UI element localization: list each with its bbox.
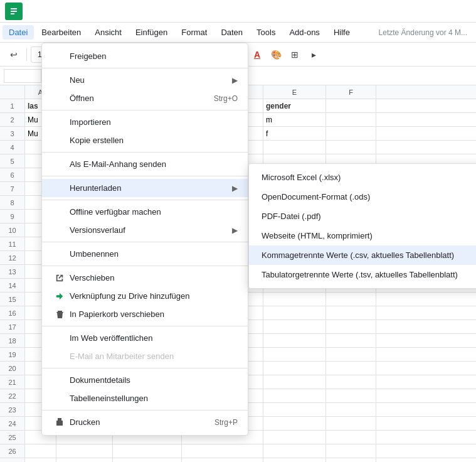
menu-item-neu[interactable]: Neu ▶ bbox=[42, 71, 248, 89]
oeffnen-label: Öffnen bbox=[70, 94, 94, 103]
menu-einfuegen[interactable]: Einfügen bbox=[129, 25, 174, 40]
download-xlsx[interactable]: Microsoft Excel (.xlsx) bbox=[249, 168, 476, 187]
dokumentdetails-label: Dokumentdetails bbox=[70, 375, 130, 385]
importieren-label: Importieren bbox=[70, 117, 111, 127]
herunterladen-arrow: ▶ bbox=[232, 184, 238, 193]
verknuepfung-icon bbox=[52, 292, 67, 301]
menu-item-herunterladen[interactable]: Herunterladen ▶ bbox=[42, 179, 248, 197]
row-num: 22 bbox=[0, 389, 25, 402]
menu-item-drucken[interactable]: Drucken Strg+P bbox=[42, 413, 248, 431]
cell-reference-input[interactable] bbox=[4, 69, 41, 83]
cell-e1[interactable]: gender bbox=[263, 99, 326, 112]
menu-item-versionsverlauf[interactable]: Versionsverlauf ▶ bbox=[42, 221, 248, 239]
col-header-e: E bbox=[263, 85, 326, 99]
cell-f4[interactable] bbox=[326, 141, 376, 154]
svg-rect-3 bbox=[11, 13, 14, 14]
download-pdf[interactable]: PDF-Datei (.pdf) bbox=[249, 207, 476, 226]
neu-label: Neu bbox=[70, 75, 85, 85]
pdf-label: PDF-Datei (.pdf) bbox=[262, 212, 321, 221]
herunterladen-label: Herunterladen bbox=[70, 183, 121, 193]
verschieben-label: Verschieben bbox=[70, 273, 115, 282]
kopie-label: Kopie erstellen bbox=[70, 136, 124, 145]
menu-item-freigeben[interactable]: Freigeben bbox=[42, 47, 248, 65]
csv-label: Kommagetrennte Werte (.csv, aktuelles Ta… bbox=[262, 250, 454, 260]
corner-cell bbox=[0, 85, 25, 99]
menu-item-umbenennen[interactable]: Umbenennen bbox=[42, 245, 248, 263]
row-num: 21 bbox=[0, 375, 25, 389]
row-num: 24 bbox=[0, 417, 25, 430]
row-num: 12 bbox=[0, 251, 25, 264]
menu-divider-9 bbox=[42, 368, 248, 368]
menu-item-oeffnen[interactable]: Öffnen Strg+O bbox=[42, 89, 248, 107]
table-row: 26 bbox=[0, 444, 476, 458]
menu-item-email[interactable]: Als E-Mail-Anhang senden bbox=[42, 155, 248, 173]
drucken-icon bbox=[52, 418, 67, 426]
veroeffentlichen-label: Im Web veröffentlichen bbox=[70, 333, 152, 343]
row-num: 5 bbox=[0, 154, 25, 168]
menu-divider-4 bbox=[42, 176, 248, 176]
cell-e4[interactable] bbox=[263, 141, 326, 154]
menu-item-verknuepfung[interactable]: Verknüpfung zu Drive hinzufügen bbox=[42, 287, 248, 305]
versionsverlauf-arrow: ▶ bbox=[232, 226, 238, 235]
cell-f3[interactable] bbox=[326, 127, 376, 140]
cell-e2[interactable]: m bbox=[263, 113, 326, 126]
menu-bar: Datei Bearbeiten Ansicht Einfügen Format… bbox=[0, 23, 476, 43]
toolbar-divider-1 bbox=[26, 48, 27, 61]
highlight-button[interactable]: 🎨 bbox=[267, 46, 285, 63]
menu-item-importieren[interactable]: Importieren bbox=[42, 113, 248, 131]
menu-hilfe[interactable]: Hilfe bbox=[327, 25, 356, 40]
row-num: 4 bbox=[0, 141, 25, 154]
offline-label: Offline verfügbar machen bbox=[70, 207, 161, 217]
menu-item-kopie[interactable]: Kopie erstellen bbox=[42, 131, 248, 149]
email-label: Als E-Mail-Anhang senden bbox=[70, 159, 166, 169]
row-num: 11 bbox=[0, 237, 25, 250]
menu-item-offline[interactable]: Offline verfügbar machen bbox=[42, 203, 248, 221]
menu-item-veroeffentlichen[interactable]: Im Web veröffentlichen bbox=[42, 329, 248, 347]
row-num: 1 bbox=[0, 99, 25, 112]
menu-item-tabelleneinstellungen[interactable]: Tabelleneinstellungen bbox=[42, 389, 248, 407]
underline-button[interactable]: A bbox=[248, 46, 266, 63]
menu-format[interactable]: Format bbox=[175, 25, 213, 40]
undo-button[interactable]: ↩ bbox=[5, 46, 23, 63]
svg-rect-2 bbox=[11, 11, 17, 12]
menu-datei[interactable]: Datei bbox=[3, 25, 34, 40]
menu-item-dokumentdetails[interactable]: Dokumentdetails bbox=[42, 371, 248, 389]
download-tsv[interactable]: Tabulatorgetrennte Werte (.tsv, aktuelle… bbox=[249, 265, 476, 284]
row-num: 3 bbox=[0, 127, 25, 140]
borders-button[interactable]: ⊞ bbox=[286, 46, 304, 63]
row-num: 18 bbox=[0, 334, 25, 347]
row-num: 20 bbox=[0, 362, 25, 375]
menu-divider-10 bbox=[42, 410, 248, 411]
row-num: 9 bbox=[0, 210, 25, 223]
papierkorb-icon bbox=[52, 310, 67, 319]
download-ods[interactable]: OpenDocument-Format (.ods) bbox=[249, 187, 476, 207]
menu-item-mitarbeiter: E-Mail an Mitarbeiter senden bbox=[42, 347, 248, 365]
cell-f1[interactable] bbox=[326, 99, 376, 112]
menu-item-papierkorb[interactable]: In Papierkorb verschieben bbox=[42, 305, 248, 323]
row-num: 15 bbox=[0, 293, 25, 306]
col-header-f: F bbox=[326, 85, 376, 99]
menu-tools[interactable]: Tools bbox=[250, 25, 282, 40]
download-csv[interactable]: Kommagetrennte Werte (.csv, aktuelles Ta… bbox=[249, 245, 476, 265]
drucken-shortcut: Strg+P bbox=[214, 418, 238, 427]
versionsverlauf-label: Versionsverlauf bbox=[70, 225, 125, 235]
menu-addons[interactable]: Add-ons bbox=[283, 25, 325, 40]
download-html[interactable]: Webseite (HTML, komprimiert) bbox=[249, 226, 476, 245]
xlsx-label: Microsoft Excel (.xlsx) bbox=[262, 173, 341, 182]
tsv-label: Tabulatorgetrennte Werte (.tsv, aktuelle… bbox=[262, 270, 458, 279]
menu-bearbeiten[interactable]: Bearbeiten bbox=[35, 25, 87, 40]
row-num: 23 bbox=[0, 403, 25, 416]
cell-f2[interactable] bbox=[326, 113, 376, 126]
menu-divider-5 bbox=[42, 200, 248, 200]
tabelleneinstellungen-label: Tabelleneinstellungen bbox=[70, 394, 148, 403]
more-button[interactable]: ▸ bbox=[305, 46, 322, 63]
cell-e3[interactable]: f bbox=[263, 127, 326, 140]
neu-arrow: ▶ bbox=[232, 76, 238, 85]
table-row: 27 bbox=[0, 458, 476, 462]
menu-ansicht[interactable]: Ansicht bbox=[88, 25, 128, 40]
html-label: Webseite (HTML, komprimiert) bbox=[262, 231, 373, 240]
menu-item-verschieben[interactable]: Verschieben bbox=[42, 269, 248, 287]
row-num: 10 bbox=[0, 223, 25, 237]
menu-divider-6 bbox=[42, 242, 248, 242]
menu-daten[interactable]: Daten bbox=[214, 25, 249, 40]
